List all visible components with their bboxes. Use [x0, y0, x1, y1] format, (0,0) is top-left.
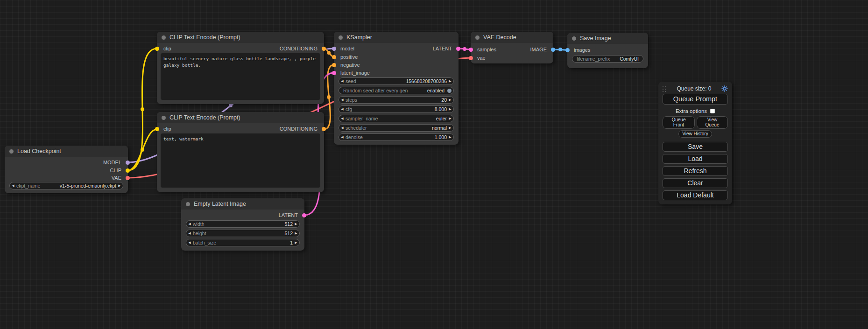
comfy-menu-panel: Queue size: 0 Queue Prompt Extra options… [658, 82, 732, 204]
denoise-widget[interactable]: denoise 1.000 [339, 133, 454, 141]
input-slot-vae[interactable] [469, 56, 473, 60]
output-slot-label: MODEL [103, 159, 121, 167]
filename-prefix-widget[interactable]: filename_prefix ComfyUI [572, 55, 643, 63]
right-arrow-icon[interactable] [447, 106, 453, 112]
random-seed-toggle[interactable]: Random seed after every gen enabled [339, 87, 454, 94]
node-title-bar[interactable]: VAE Decode [471, 32, 553, 43]
left-arrow-icon[interactable] [186, 239, 193, 246]
load-default-button[interactable]: Load Default [663, 190, 728, 200]
input-slot-latent-image[interactable] [332, 71, 336, 75]
extra-options-checkbox[interactable] [710, 109, 715, 113]
output-slot-vae[interactable] [126, 176, 130, 180]
steps-widget[interactable]: steps 20 [339, 96, 454, 104]
output-slot-latent[interactable] [456, 47, 460, 51]
output-slot-label: CONDITIONING [280, 125, 318, 133]
input-slot-model[interactable] [332, 47, 336, 51]
collapse-dot-icon[interactable] [339, 35, 343, 40]
node-empty-latent-image[interactable]: Empty Latent Image LATENT width 512 heig… [181, 198, 304, 251]
queue-front-button[interactable]: Queue Front [663, 116, 695, 129]
ckpt-name-widget[interactable]: ckpt_name v1-5-pruned-emaonly.ckpt [9, 182, 123, 189]
sampler-name-widget[interactable]: sampler_name euler [339, 115, 454, 122]
input-slot-samples[interactable] [469, 48, 473, 52]
output-slot-image[interactable] [551, 48, 555, 52]
right-arrow-icon[interactable] [116, 182, 123, 189]
input-slot-label: clip [163, 125, 171, 133]
left-arrow-icon[interactable] [339, 106, 346, 112]
load-button[interactable]: Load [663, 154, 728, 164]
left-arrow-icon[interactable] [10, 182, 16, 189]
node-load-checkpoint[interactable]: Load Checkpoint MODEL CLIP VAE ckpt_name… [5, 146, 128, 193]
collapse-dot-icon[interactable] [162, 35, 166, 40]
width-widget[interactable]: width 512 [186, 220, 300, 228]
output-slot-label: CONDITIONING [280, 45, 318, 53]
right-arrow-icon[interactable] [293, 221, 299, 227]
negative-prompt-textarea[interactable]: text, watermark [161, 133, 320, 188]
node-ksampler[interactable]: KSampler model positive negative latent_… [334, 32, 459, 145]
cfg-widget[interactable]: cfg 8.000 [339, 105, 454, 113]
right-arrow-icon[interactable] [447, 78, 453, 84]
output-slot-model[interactable] [126, 161, 130, 165]
wire-model-middot [229, 104, 233, 107]
view-queue-button[interactable]: View Queue [697, 116, 728, 129]
collapse-dot-icon[interactable] [162, 116, 166, 120]
left-arrow-icon[interactable] [339, 78, 346, 84]
collapse-dot-icon[interactable] [9, 149, 14, 154]
height-widget[interactable]: height 512 [186, 230, 300, 237]
node-title: VAE Decode [483, 34, 516, 41]
gear-icon[interactable] [721, 85, 728, 92]
toggle-dot-icon[interactable] [447, 89, 452, 93]
input-slot-images[interactable] [565, 48, 570, 52]
output-slot-latent[interactable] [302, 213, 306, 217]
input-slot-clip[interactable] [155, 127, 159, 131]
left-arrow-icon[interactable] [186, 230, 193, 237]
queue-prompt-button[interactable]: Queue Prompt [663, 94, 728, 105]
output-slot-clip[interactable] [126, 168, 130, 173]
node-clip-text-encode-positive[interactable]: CLIP Text Encode (Prompt) clip CONDITION… [157, 32, 324, 104]
left-arrow-icon[interactable] [339, 97, 346, 103]
node-title-bar[interactable]: CLIP Text Encode (Prompt) [157, 32, 324, 43]
widget-value: 20 [441, 97, 447, 103]
save-button[interactable]: Save [663, 142, 728, 152]
left-arrow-icon[interactable] [339, 134, 346, 140]
widget-value: 1.000 [435, 134, 447, 140]
refresh-button[interactable]: Refresh [663, 166, 728, 176]
right-arrow-icon[interactable] [447, 134, 453, 140]
history-row: View History [663, 130, 728, 138]
right-arrow-icon[interactable] [447, 97, 453, 103]
right-arrow-icon[interactable] [447, 115, 453, 122]
seed-widget[interactable]: seed 156680208700286 [339, 77, 454, 85]
extra-options-label: Extra options [676, 108, 707, 114]
node-clip-text-encode-negative[interactable]: CLIP Text Encode (Prompt) clip CONDITION… [157, 112, 324, 192]
collapse-dot-icon[interactable] [572, 36, 576, 41]
node-title: KSampler [346, 34, 372, 41]
view-history-button[interactable]: View History [678, 130, 712, 138]
collapse-dot-icon[interactable] [186, 202, 190, 206]
input-slot-positive[interactable] [332, 55, 336, 59]
node-save-image[interactable]: Save Image images filename_prefix ComfyU… [567, 33, 648, 68]
left-arrow-icon[interactable] [339, 125, 346, 131]
node-title-bar[interactable]: Empty Latent Image [181, 198, 304, 210]
right-arrow-icon[interactable] [293, 239, 299, 246]
right-arrow-icon[interactable] [293, 230, 299, 237]
input-slot-negative[interactable] [332, 63, 336, 67]
node-title-bar[interactable]: Save Image [567, 33, 648, 44]
right-arrow-icon[interactable] [447, 125, 453, 131]
left-arrow-icon[interactable] [186, 221, 193, 227]
drag-dots-icon[interactable] [663, 86, 667, 92]
node-title: Load Checkpoint [17, 148, 61, 154]
node-title-bar[interactable]: CLIP Text Encode (Prompt) [157, 112, 324, 123]
graph-canvas[interactable]: Load Checkpoint MODEL CLIP VAE ckpt_name… [0, 0, 868, 329]
node-title-bar[interactable]: KSampler [334, 32, 459, 43]
output-slot-conditioning[interactable] [322, 127, 326, 131]
collapse-dot-icon[interactable] [475, 35, 480, 40]
scheduler-widget[interactable]: scheduler normal [339, 124, 454, 132]
positive-prompt-textarea[interactable]: beautiful scenery nature glass bottle la… [161, 53, 320, 100]
batch-size-widget[interactable]: batch_size 1 [186, 239, 300, 246]
output-slot-conditioning[interactable] [322, 47, 326, 51]
input-slot-clip[interactable] [155, 47, 159, 51]
node-vae-decode[interactable]: VAE Decode samples vae IMAGE [471, 32, 553, 63]
left-arrow-icon[interactable] [339, 115, 346, 122]
clear-button[interactable]: Clear [663, 178, 728, 188]
node-title-bar[interactable]: Load Checkpoint [5, 146, 128, 157]
output-slot-label: LATENT [433, 45, 452, 53]
